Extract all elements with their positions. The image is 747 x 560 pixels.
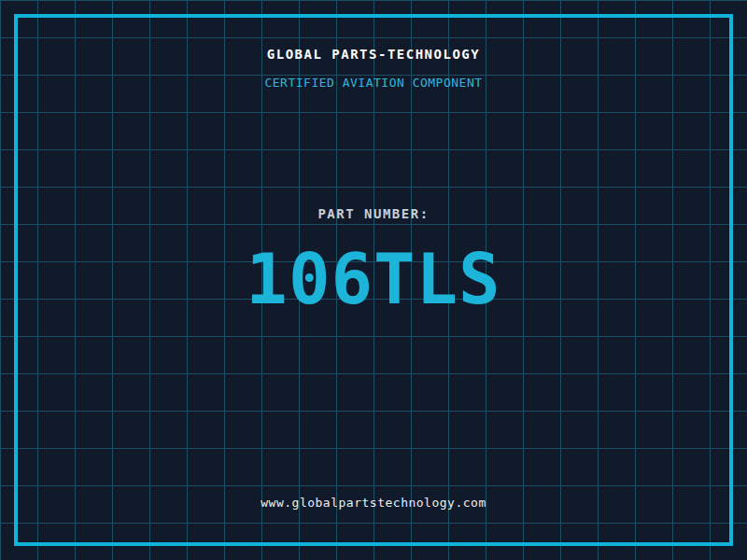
part-number-label: PART NUMBER: <box>0 206 747 221</box>
website-url: www.globalpartstechnology.com <box>0 496 747 510</box>
certification-tagline: CERTIFIED AVIATION COMPONENT <box>0 76 747 90</box>
part-number-value: 106TLS <box>0 245 747 314</box>
company-name: GLOBAL PARTS-TECHNOLOGY <box>0 47 747 62</box>
